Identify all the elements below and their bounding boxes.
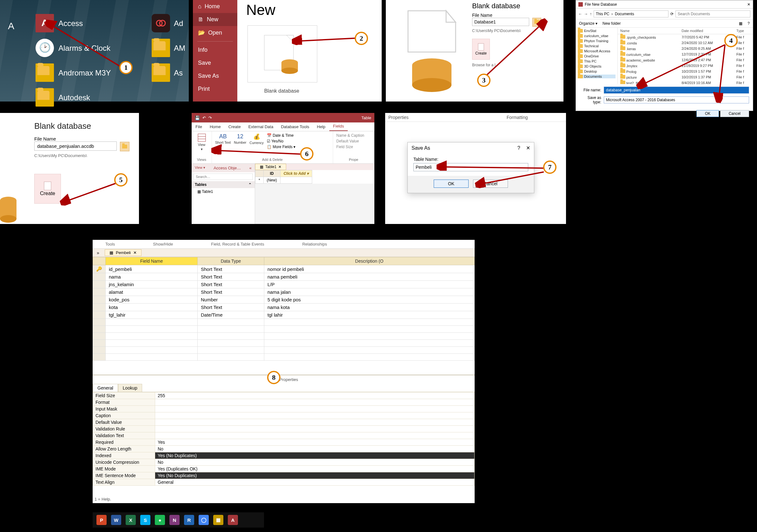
tablename-input[interactable] <box>413 163 528 171</box>
row-selector-header[interactable] <box>256 170 264 177</box>
description-cell[interactable]: 5 digit kode pos <box>264 296 475 304</box>
taskbar-access[interactable]: A <box>228 515 238 525</box>
ribbon-tab[interactable]: Create <box>225 122 245 131</box>
ok-button[interactable]: OK <box>434 180 469 188</box>
tile-adobe[interactable] <box>152 14 170 32</box>
col-fieldname[interactable]: Field Name <box>106 257 198 265</box>
ribbon-tab[interactable]: Home <box>206 122 225 131</box>
close-icon[interactable]: ✕ <box>526 145 530 151</box>
tools-menu[interactable]: Tools ▾ <box>683 111 695 116</box>
tree-node[interactable]: Technical <box>578 44 616 48</box>
refresh-icon[interactable]: ⟳ <box>670 12 674 16</box>
property-value[interactable] <box>155 412 475 419</box>
nav-back-icon[interactable]: ← <box>578 12 582 16</box>
property-row[interactable]: Validation Rule <box>93 426 475 432</box>
description-cell[interactable]: nama kota <box>264 304 475 311</box>
field-row[interactable]: kotaShort Textnama kota <box>93 304 475 311</box>
datatype-cell[interactable]: Short Text <box>198 265 264 273</box>
taskbar-excel[interactable]: X <box>126 515 136 525</box>
property-row[interactable]: Field Size255 <box>93 393 475 399</box>
property-value[interactable]: Yes (Duplicates OK) <box>155 466 475 472</box>
nav-category-tables[interactable]: Tables ⌃ <box>192 181 255 188</box>
nav-toggle-icon[interactable]: » <box>93 250 104 255</box>
breadcrumb-path[interactable] <box>593 11 669 17</box>
view-icons-icon[interactable]: ▦ <box>739 21 742 26</box>
file-row[interactable]: Jmytex11/28/2019 9:27 PMFile f <box>618 63 753 69</box>
tile-andromax[interactable] <box>36 63 54 82</box>
property-value[interactable]: Yes (No Duplicates) <box>155 452 475 459</box>
col-name[interactable]: Name <box>618 28 679 34</box>
tile-autodesk[interactable] <box>36 88 54 106</box>
property-row[interactable]: IndexedYes (No Duplicates) <box>93 452 475 459</box>
description-cell[interactable]: nomor id pembeli <box>264 265 475 273</box>
fieldname-cell[interactable]: tgl_lahir <box>106 311 198 319</box>
field-properties-grid[interactable]: Field Size255FormatInput MaskCaptionDefa… <box>93 392 475 486</box>
row-selector[interactable] <box>93 296 106 304</box>
property-row[interactable]: Text AlignGeneral <box>93 479 475 486</box>
tree-node[interactable]: curiculum_vitae <box>578 34 616 38</box>
search-input[interactable] <box>676 11 750 17</box>
tree-node[interactable]: OneDrive <box>578 54 616 58</box>
col-datatype[interactable]: Data Type <box>198 257 264 265</box>
ribbon-tab[interactable]: Fields <box>329 122 348 131</box>
tile-access[interactable]: A <box>36 14 54 32</box>
save-icon[interactable]: 💾 <box>195 115 200 120</box>
taskbar-r[interactable]: R <box>184 515 194 525</box>
tile-as-label[interactable]: As <box>174 69 183 77</box>
backstage-new[interactable]: 🗎New <box>193 13 237 26</box>
close-icon[interactable]: ✕ <box>747 2 750 7</box>
property-row[interactable]: Input Mask <box>93 406 475 412</box>
field-row-empty[interactable] <box>93 326 475 333</box>
tree-node[interactable]: This PC <box>578 59 616 63</box>
description-cell[interactable]: nama jalan <box>264 288 475 296</box>
property-row[interactable]: Unicode CompressionNo <box>93 459 475 466</box>
undo-icon[interactable]: ↶ <box>202 115 206 120</box>
tile-clock-label[interactable]: Alarms & Clock <box>58 44 110 53</box>
new-folder-button[interactable]: New folder <box>602 21 621 26</box>
taskbar-chrome[interactable]: ◯ <box>198 515 209 525</box>
ribbon-tab[interactable]: External Data <box>245 122 277 131</box>
field-row[interactable]: tgl_lahirDate/Timetgl lahir <box>93 311 475 319</box>
fieldname-cell[interactable]: nama <box>106 273 198 281</box>
more-fields-button[interactable]: 📋 More Fields ▾ <box>267 145 295 149</box>
tree-node[interactable]: Microsoft Access <box>578 49 616 53</box>
tile-access-label[interactable]: Access <box>58 19 83 28</box>
folder-tree[interactable]: EnvStatcuriculum_vitaePhyton TrainingTec… <box>576 28 618 84</box>
col-description[interactable]: Description (O <box>264 257 475 265</box>
property-value[interactable] <box>155 426 475 432</box>
row-selector[interactable]: * <box>256 177 264 184</box>
tab-general[interactable]: General <box>93 384 118 392</box>
taskbar-spotify[interactable]: ● <box>155 515 165 525</box>
filename-input[interactable] <box>604 87 749 94</box>
tree-node[interactable]: 3D Objects <box>578 64 616 68</box>
row-selector[interactable] <box>93 311 106 319</box>
description-cell[interactable]: L/P <box>264 281 475 288</box>
col-date[interactable]: Date modified <box>679 28 734 34</box>
property-value[interactable] <box>155 399 475 406</box>
blank-db-thumbnail[interactable] <box>248 25 317 82</box>
browse-button[interactable] <box>120 142 130 151</box>
field-row[interactable]: alamatShort Textnama jalan <box>93 288 475 296</box>
currency-button[interactable]: 💰Currency <box>249 133 264 145</box>
create-button[interactable]: Create <box>472 39 490 60</box>
create-button[interactable]: Create <box>34 174 61 204</box>
field-row[interactable]: namaShort Textnama pembeli <box>93 273 475 281</box>
nav-search-input[interactable] <box>194 173 253 180</box>
taskbar-onenote[interactable]: N <box>169 515 180 525</box>
property-row[interactable]: IME Sentence ModeYes (No Duplicates) <box>93 472 475 479</box>
row-selector[interactable] <box>93 288 106 296</box>
col-type[interactable]: Type <box>734 28 753 34</box>
property-value[interactable]: General <box>155 479 475 486</box>
file-row[interactable]: test2_files8/4/2019 10:16 AMFile f <box>618 80 753 84</box>
nav-header[interactable]: View ▾ Access Obje… « <box>192 164 255 172</box>
hide-folders-toggle[interactable]: ▴ Hide Folders <box>580 111 604 116</box>
file-row[interactable]: Prolog10/2/2019 1:57 PMFile f <box>618 69 753 74</box>
tile-as[interactable] <box>152 63 170 82</box>
tile-adobe-label[interactable]: Ad <box>174 19 183 28</box>
taskbar-other[interactable]: ▦ <box>213 515 223 525</box>
backstage-info[interactable]: Info <box>193 44 237 56</box>
property-row[interactable]: Default Value <box>93 419 475 426</box>
property-value[interactable]: Yes (No Duplicates) <box>155 472 475 479</box>
description-cell[interactable]: tgl lahir <box>264 311 475 319</box>
ribbon-tab[interactable]: File <box>192 122 206 131</box>
